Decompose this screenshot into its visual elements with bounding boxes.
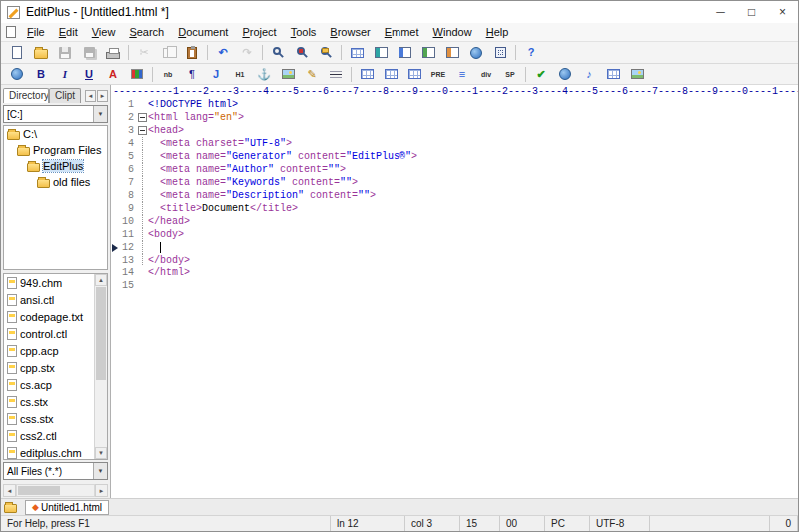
file-item[interactable]: cpp.acp xyxy=(4,342,94,359)
save-all-button[interactable] xyxy=(77,43,101,62)
file-item[interactable]: editplus.chm xyxy=(4,444,94,459)
horizontal-rule-button[interactable] xyxy=(324,65,348,84)
scroll-down-icon[interactable]: ▼ xyxy=(95,447,107,459)
table-wizard-button[interactable] xyxy=(601,65,625,84)
context-help-button[interactable]: ? xyxy=(519,43,543,62)
tree-item[interactable]: C:\ xyxy=(4,126,107,142)
find-button[interactable] xyxy=(266,43,290,62)
edit-pencil-button[interactable]: ✎ xyxy=(300,65,324,84)
code-line[interactable]: 8 <meta name="Description" content=""> xyxy=(111,189,798,202)
table-button[interactable] xyxy=(355,65,379,84)
scrollbar-track[interactable] xyxy=(95,286,107,447)
file-item[interactable]: cs.stx xyxy=(4,393,94,410)
tree-item[interactable]: EditPlus xyxy=(4,158,107,174)
sidebar-tab-directory[interactable]: Directory xyxy=(3,88,49,103)
code-line[interactable]: 13</body> xyxy=(111,254,798,266)
tree-item[interactable]: Program Files xyxy=(4,142,107,158)
pre-tag-button[interactable]: PRE xyxy=(426,65,450,84)
fold-toggle-icon[interactable] xyxy=(138,113,147,122)
close-button[interactable]: × xyxy=(767,1,798,23)
find-in-files-button[interactable] xyxy=(314,43,338,62)
minimize-button[interactable]: ─ xyxy=(705,1,736,23)
tab-scroll-left-icon[interactable]: ◄ xyxy=(85,90,96,102)
filter-dropdown-arrow-icon[interactable]: ▼ xyxy=(93,463,107,479)
filelist-scrollbar[interactable]: ▲ ▼ xyxy=(94,274,107,459)
menu-item-help[interactable]: Help xyxy=(479,24,516,40)
code-line[interactable]: 6 <meta name="Author" content=""> xyxy=(111,163,798,176)
hscrollbar-track[interactable] xyxy=(16,484,95,497)
menu-item-search[interactable]: Search xyxy=(122,24,171,40)
image-map-button[interactable] xyxy=(625,65,649,84)
menu-item-view[interactable]: View xyxy=(85,24,123,40)
heading-button[interactable]: H1 xyxy=(228,65,252,84)
paste-button[interactable] xyxy=(180,43,204,62)
file-filter-selector[interactable]: All Files (*.*) ▼ xyxy=(3,462,108,480)
anchor-button[interactable]: ⚓ xyxy=(252,65,276,84)
full-screen-button[interactable] xyxy=(488,43,512,62)
editor-area[interactable]: ----------1----2----3----4----5----6----… xyxy=(111,85,798,498)
code-line[interactable]: 10</head> xyxy=(111,215,798,228)
code-line[interactable]: 1<!DOCTYPE html> xyxy=(111,98,798,111)
nonbreaking-space-button[interactable]: nb xyxy=(156,65,180,84)
browser-preview-button[interactable] xyxy=(553,65,577,84)
table-cell-button[interactable] xyxy=(402,65,426,84)
code-line[interactable]: 2<html lang="en"> xyxy=(111,111,798,124)
table-row-button[interactable] xyxy=(379,65,402,84)
copy-button[interactable] xyxy=(156,43,180,62)
scroll-left-icon[interactable]: ◄ xyxy=(3,484,16,497)
redo-button[interactable]: ↷ xyxy=(235,43,259,62)
file-item[interactable]: css2.ctl xyxy=(4,427,94,444)
code-line[interactable]: 7 <meta name="Keywords" content=""> xyxy=(111,176,798,189)
file-item[interactable]: control.ctl xyxy=(4,325,94,342)
code-lines[interactable]: 1<!DOCTYPE html>2<html lang="en">3<head>… xyxy=(111,98,798,498)
italic-button[interactable]: I xyxy=(53,65,77,84)
line-break-button[interactable]: J xyxy=(204,65,228,84)
functions-window-button[interactable] xyxy=(416,43,440,62)
code-line[interactable]: 3<head> xyxy=(111,124,798,137)
bold-button[interactable]: B xyxy=(29,65,53,84)
file-item[interactable]: css.stx xyxy=(4,410,94,427)
menu-item-tools[interactable]: Tools xyxy=(284,24,324,40)
browser-window-button[interactable] xyxy=(464,43,488,62)
menu-item-emmet[interactable]: Emmet xyxy=(378,24,426,40)
fold-toggle-icon[interactable] xyxy=(138,126,147,135)
file-item[interactable]: 949.chm xyxy=(4,274,94,291)
scroll-up-icon[interactable]: ▲ xyxy=(95,274,107,286)
scrollbar-thumb[interactable] xyxy=(96,287,106,380)
color-picker-button[interactable] xyxy=(125,65,149,84)
save-file-button[interactable] xyxy=(53,43,77,62)
view-in-browser-button[interactable] xyxy=(5,65,29,84)
menu-item-window[interactable]: Window xyxy=(426,24,479,40)
directory-window-button[interactable] xyxy=(369,43,393,62)
code-line[interactable]: 4 <meta charset="UTF-8"> xyxy=(111,137,798,150)
code-line[interactable]: 5 <meta name="Generator" content="EditPl… xyxy=(111,150,798,163)
paragraph-button[interactable]: ¶ xyxy=(180,65,204,84)
drive-selector[interactable]: [C:] ▼ xyxy=(3,105,108,123)
underline-button[interactable]: U xyxy=(77,65,101,84)
sidebar-tab-clipt[interactable]: Clipt xyxy=(49,88,81,103)
undo-button[interactable]: ↶ xyxy=(211,43,235,62)
drive-dropdown-arrow-icon[interactable]: ▼ xyxy=(93,106,107,122)
menu-item-edit[interactable]: Edit xyxy=(52,24,85,40)
hscrollbar-thumb[interactable] xyxy=(18,486,60,495)
tab-scroll-right-icon[interactable]: ► xyxy=(97,90,108,102)
maximize-button[interactable]: □ xyxy=(736,1,767,23)
menu-item-browser[interactable]: Browser xyxy=(323,24,377,40)
font-color-button[interactable]: A xyxy=(101,65,125,84)
cliptext-window-button[interactable] xyxy=(393,43,416,62)
output-window-button[interactable] xyxy=(440,43,464,62)
media-button[interactable]: ♪ xyxy=(577,65,601,84)
code-line[interactable]: 12 xyxy=(111,241,798,254)
code-line[interactable]: 9 <title>Document</title> xyxy=(111,202,798,215)
folder-icon[interactable] xyxy=(4,504,17,513)
open-file-button[interactable] xyxy=(29,43,53,62)
code-line[interactable]: 14</html> xyxy=(111,266,798,279)
filelist-hscrollbar[interactable]: ◄ ► xyxy=(3,484,108,497)
file-item[interactable]: ansi.ctl xyxy=(4,291,94,308)
tree-item[interactable]: old files xyxy=(4,174,107,190)
document-tab[interactable]: ◆ Untitled1.html xyxy=(25,500,109,515)
image-button[interactable] xyxy=(276,65,300,84)
file-item[interactable]: cs.acp xyxy=(4,376,94,393)
file-item[interactable]: codepage.txt xyxy=(4,308,94,325)
menu-item-document[interactable]: Document xyxy=(171,24,235,40)
